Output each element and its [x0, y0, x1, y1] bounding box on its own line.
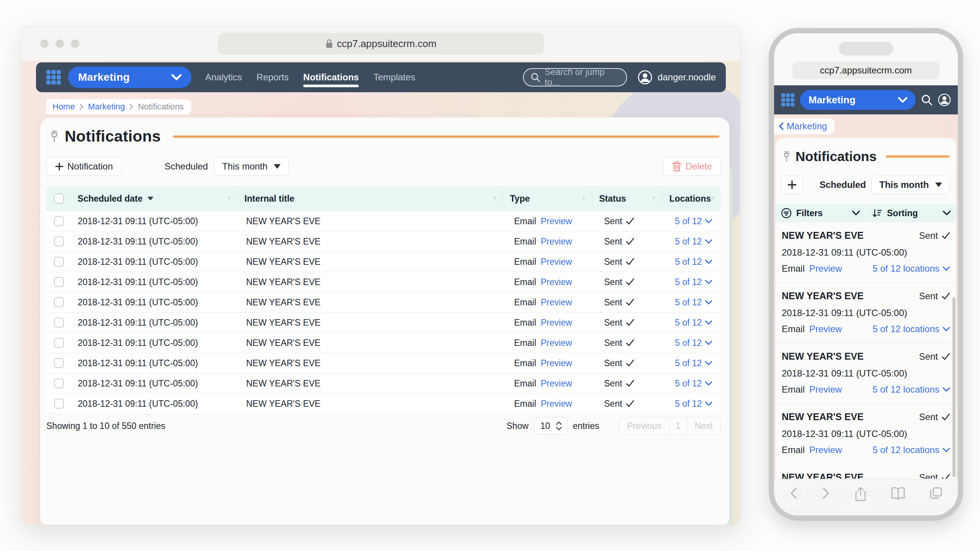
row-checkbox[interactable]	[54, 216, 64, 226]
preview-link[interactable]: Preview	[541, 277, 572, 287]
card-date: 2018-12-31 09:11 (UTC-05:00)	[782, 247, 950, 258]
cell-scheduled-date: 2018-12-31 09:11 (UTC-05:00)	[71, 277, 239, 287]
locations-link[interactable]: 5 of 12	[675, 216, 712, 227]
preview-link[interactable]: Preview	[809, 263, 842, 274]
row-checkbox[interactable]	[54, 358, 64, 368]
filter-funnel-icon[interactable]	[227, 194, 237, 203]
window-close-button[interactable]	[40, 39, 49, 48]
tabs-icon[interactable]	[929, 487, 942, 500]
row-checkbox[interactable]	[54, 236, 64, 246]
app-switcher-dropdown[interactable]: Marketing	[68, 67, 191, 88]
column-header-scheduled-date[interactable]: Scheduled date	[71, 191, 238, 206]
row-checkbox[interactable]	[54, 257, 64, 267]
column-header-locations[interactable]: Locations	[662, 191, 721, 206]
add-notification-button[interactable]	[781, 176, 803, 194]
chevron-down-icon	[705, 219, 712, 224]
locations-link[interactable]: 5 of 12 locations	[872, 445, 950, 455]
nav-tab-notifications[interactable]: Notifications	[303, 67, 359, 88]
back-icon[interactable]	[789, 487, 798, 500]
sorting-dropdown[interactable]: Sorting	[866, 204, 956, 222]
window-zoom-button[interactable]	[71, 39, 79, 48]
notification-card[interactable]: NEW YEAR'S EVE Sent 2018-12-31 09:11 (UT…	[776, 222, 956, 283]
page-number-button[interactable]: 1	[670, 417, 687, 434]
locations-link[interactable]: 5 of 12	[675, 358, 712, 368]
preview-link[interactable]: Preview	[541, 297, 572, 308]
date-range-dropdown[interactable]: This month	[214, 157, 289, 176]
row-checkbox[interactable]	[54, 338, 64, 348]
locations-link[interactable]: 5 of 12	[675, 338, 712, 348]
breadcrumb-home-link[interactable]: Home	[52, 102, 75, 112]
user-menu[interactable]: danger.noodle	[638, 70, 716, 85]
row-checkbox[interactable]	[54, 277, 64, 287]
locations-link[interactable]: 5 of 12	[675, 277, 712, 287]
nav-tab-reports[interactable]: Reports	[256, 67, 289, 88]
nav-tab-templates[interactable]: Templates	[373, 67, 415, 88]
locations-link[interactable]: 5 of 12	[675, 257, 712, 267]
app-grid-icon[interactable]	[781, 93, 795, 107]
notification-card[interactable]: NEW YEAR'S EVE Sent 2018-12-31 09:11 (UT…	[776, 343, 956, 404]
previous-page-button[interactable]: Previous	[619, 417, 669, 434]
filter-funnel-icon[interactable]	[652, 194, 662, 203]
notification-card[interactable]: NEW YEAR'S EVE Sent 2018-12-31 09:11 (UT…	[776, 404, 956, 464]
share-icon[interactable]	[854, 487, 867, 502]
preview-link[interactable]: Preview	[541, 236, 572, 247]
notification-card[interactable]: NEW YEAR'S EVE Sent 2018-12-31 09:11 (UT…	[776, 283, 956, 343]
row-checkbox[interactable]	[54, 318, 64, 328]
preview-link[interactable]: Preview	[541, 378, 572, 389]
mobile-app-switcher-dropdown[interactable]: Marketing	[800, 90, 916, 110]
locations-link[interactable]: 5 of 12	[675, 399, 712, 409]
search-input[interactable]: Search or jump to...	[523, 68, 627, 86]
add-notification-button[interactable]: Notification	[46, 157, 122, 176]
locations-link[interactable]: 5 of 12	[675, 236, 712, 247]
locations-link[interactable]: 5 of 12 locations	[872, 263, 950, 274]
cell-type: Email	[514, 277, 536, 287]
filters-dropdown[interactable]: Filters	[776, 204, 866, 222]
preview-link[interactable]: Preview	[541, 338, 572, 348]
mobile-browser-toolbar	[774, 479, 958, 515]
preview-link[interactable]: Preview	[809, 384, 842, 395]
column-header-type[interactable]: Type	[503, 191, 592, 206]
preview-link[interactable]: Preview	[809, 445, 842, 455]
scrollbar[interactable]	[952, 297, 956, 477]
locations-link[interactable]: 5 of 12	[675, 378, 712, 389]
cell-scheduled-date: 2018-12-31 09:11 (UTC-05:00)	[71, 358, 239, 368]
avatar-icon[interactable]	[938, 93, 951, 106]
bookmarks-icon[interactable]	[891, 487, 905, 500]
back-link[interactable]: Marketing	[774, 118, 835, 134]
filter-funnel-icon[interactable]	[493, 194, 503, 203]
mobile-address-bar[interactable]: ccp7.appsuitecrm.com	[792, 62, 939, 79]
app-grid-icon[interactable]	[46, 70, 61, 85]
nav-tab-analytics[interactable]: Analytics	[205, 67, 242, 88]
window-controls[interactable]	[40, 39, 79, 48]
forward-icon[interactable]	[822, 487, 830, 500]
search-icon[interactable]	[921, 94, 933, 106]
address-bar[interactable]: ccp7.appsuitecrm.com	[218, 33, 544, 54]
filter-funnel-icon[interactable]	[711, 194, 721, 203]
delete-button[interactable]: Delete	[663, 157, 721, 176]
filter-funnel-icon[interactable]	[582, 194, 592, 203]
next-page-button[interactable]: Next	[687, 417, 720, 434]
preview-link[interactable]: Preview	[541, 358, 572, 368]
row-checkbox[interactable]	[54, 297, 64, 307]
locations-link[interactable]: 5 of 12	[675, 297, 712, 308]
locations-link[interactable]: 5 of 12	[675, 318, 712, 328]
preview-link[interactable]: Preview	[541, 318, 572, 328]
preview-link[interactable]: Preview	[541, 216, 572, 227]
preview-link[interactable]: Preview	[541, 399, 572, 409]
column-header-status[interactable]: Status	[592, 191, 662, 206]
breadcrumb-marketing-link[interactable]: Marketing	[88, 102, 125, 112]
window-minimize-button[interactable]	[56, 39, 64, 48]
card-type: Email	[782, 263, 805, 274]
select-all-checkbox[interactable]	[54, 194, 64, 204]
checkmark-icon	[626, 298, 634, 306]
column-label: Locations	[669, 194, 711, 204]
locations-link[interactable]: 5 of 12 locations	[872, 384, 950, 395]
row-checkbox[interactable]	[54, 378, 64, 388]
preview-link[interactable]: Preview	[809, 324, 842, 334]
column-header-internal-title[interactable]: Internal title	[238, 191, 503, 206]
date-range-dropdown[interactable]: This month	[871, 176, 950, 194]
page-size-select[interactable]: 10	[534, 417, 568, 435]
row-checkbox[interactable]	[54, 399, 64, 409]
preview-link[interactable]: Preview	[541, 257, 572, 267]
locations-link[interactable]: 5 of 12 locations	[872, 324, 950, 334]
